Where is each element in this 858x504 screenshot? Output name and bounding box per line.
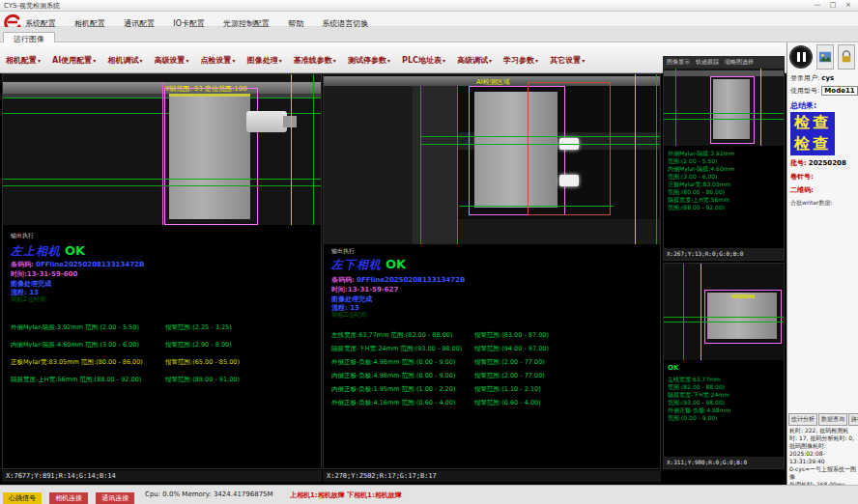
toolbar-item-label: 相机配置	[6, 56, 37, 65]
chevron-down-icon: ▾	[489, 57, 492, 64]
maximize-button[interactable]: □	[825, 0, 841, 11]
tab-data-query[interactable]: 数据查询	[818, 413, 847, 426]
toolbar-item-label: 其它设置	[550, 56, 581, 65]
thumb-camera-view-top[interactable]	[664, 69, 784, 146]
chevron-down-icon: ▾	[233, 57, 236, 64]
window-title: CYS-视觉检测系统	[4, 1, 60, 11]
measurement-value: 内侧正极-负极:4.98mm 范围:(0.00 - 9.00)	[331, 372, 455, 380]
thumb-status-ok: OK	[668, 364, 678, 372]
heartbeat-badge: 心跳信号	[3, 492, 42, 504]
lock-button[interactable]	[838, 44, 855, 70]
chevron-down-icon: ▾	[279, 57, 282, 64]
overlay-mark	[731, 294, 755, 298]
login-line: 登录用户:cys	[790, 73, 834, 83]
toolbar-item-camera-debug[interactable]: 相机调试▾	[107, 55, 142, 66]
thumb-line: 隔膜宽度-下H宽:24mm	[668, 391, 730, 399]
overlay-mark	[169, 94, 250, 97]
result-label: 总结果:	[790, 100, 816, 111]
toolbar-item-spot-check[interactable]: 点检设置▾	[201, 55, 236, 66]
toolbar-item-other-settings[interactable]: 其它设置▾	[550, 55, 585, 66]
qr-line: 二维码:	[790, 185, 814, 195]
pin-label: 卷针号:	[790, 173, 814, 181]
close-button[interactable]: ×	[841, 0, 856, 11]
camera-error-text: 上相机1:相机故障 下相机1:相机故障	[290, 490, 402, 500]
model-value[interactable]: Mode11	[821, 86, 857, 96]
toolbar-item-label: 点检设置	[201, 56, 232, 65]
measurement-value: 外侧正极-负极:4.16mm 范围:(0.60 - 4.00)	[331, 399, 455, 407]
image-button[interactable]	[816, 44, 834, 70]
alarm-range: 报警范围:(65.00 - 85.00)	[165, 358, 240, 367]
thumb-camera-view-bottom[interactable]	[664, 264, 784, 360]
roi-label: Y轴范围: 93 定位范围:100	[165, 84, 247, 94]
stats-line: 2025:02:08-13:31:39:40	[789, 450, 857, 465]
toolbar-item-baseline-params[interactable]: 基准线参数▾	[294, 55, 336, 66]
camera-result-line: 左下相机OK	[331, 254, 406, 273]
stats-tabs: 统计分析 数据查询 路径设置	[788, 413, 858, 426]
batch-label: 批号:	[790, 159, 807, 167]
overlay-line	[760, 69, 761, 146]
overlay-line	[459, 206, 614, 207]
toolbar-item-label: 学习参数	[503, 56, 534, 65]
chevron-down-icon: ▾	[186, 57, 189, 64]
minimize-button[interactable]: —	[810, 0, 825, 11]
overlay-line	[457, 86, 458, 244]
led-spot	[559, 175, 579, 186]
cycle-line: 周期工位时间:	[331, 311, 368, 320]
lock-icon	[840, 50, 853, 64]
measurement-value: 内侧Mylar-隔膜:4.60mm 范围:(3.00 - 6.00)	[11, 341, 139, 350]
image-icon	[818, 50, 832, 64]
measurement-value: 内侧正极-负极:1.95mm 范围:(1.00 - 2.20)	[331, 385, 455, 394]
alarm-range: 报警范围:(1.10 - 2.10)	[474, 385, 541, 394]
toolbar-item-label: AI使用配置	[52, 56, 92, 65]
thumb-text-block: 左线宽度:63.77mm 范围:(82.00 - 88.00) 隔膜宽度-下H宽…	[668, 376, 730, 422]
pause-icon	[803, 52, 806, 62]
pause-button[interactable]	[789, 45, 813, 69]
thumb-line: 范围:(3.00 - 6.00)	[668, 173, 734, 181]
alarm-range: 报警范围:(94.00 - 97.00)	[474, 345, 549, 353]
toolbar-item-plc-address[interactable]: PLC地址表▾	[402, 55, 445, 66]
right-camera-view[interactable]: AI检测区域	[324, 74, 660, 244]
app-window: CYS-视觉检测系统 — □ × 系统配置 相机配置 通讯配置 IO卡配置 光源…	[0, 0, 858, 504]
toolbar-item-advanced-settings[interactable]: 高级设置▾	[155, 55, 189, 66]
thumbnail-panel-top[interactable]: 外侧Mylar-隔膜:3.92mm 范围:(2.00 - 5.50) 内侧Myl…	[663, 68, 785, 261]
overlay-line	[3, 185, 321, 186]
part-block	[169, 94, 250, 219]
overlay-line	[664, 317, 784, 318]
thumb-header-label[interactable]: 图像显示	[667, 56, 690, 68]
chevron-down-icon: ▾	[443, 57, 445, 64]
camera-name: 左下相机	[331, 258, 382, 271]
alarm-range: 报警范围:(89.00 - 91.00)	[165, 376, 240, 384]
thumb-header-label[interactable]: 缩略图选择	[725, 56, 754, 68]
chevron-down-icon: ▾	[93, 57, 96, 64]
tab-statistics[interactable]: 统计分析	[788, 413, 817, 426]
qr-label: 二维码:	[790, 186, 814, 194]
machine-column	[413, 86, 457, 244]
stats-line: 0-cys=一号上报系统一图像	[789, 465, 857, 481]
thumb-coords-bottom: X:311;Y:980;R:0;G:0;B:0	[664, 457, 784, 468]
toolbar-item-label: PLC地址表	[402, 56, 442, 65]
left-camera-view[interactable]: Y轴范围: 93 定位范围:100	[3, 74, 321, 225]
output-label: 输出执行	[11, 232, 34, 240]
barcode-line: 条码码: 0FFline2025020813313472B	[11, 260, 144, 269]
toolbar-item-camera-config[interactable]: 相机配置▾	[6, 55, 41, 66]
toolbar-item-advanced-debug[interactable]: 高级调试▾	[457, 55, 492, 66]
overlay-line	[675, 69, 676, 146]
tab-path-settings[interactable]: 路径设置	[848, 413, 858, 426]
thumb-line: 内侧Mylar-隔膜:4.60mm	[668, 165, 734, 173]
toolbar-item-test-stop-params[interactable]: 测试停参数▾	[348, 55, 390, 66]
thumb-line: 外侧Mylar-隔膜:3.92mm	[668, 150, 734, 157]
thumb-header-label[interactable]: 轨迹跟踪	[696, 56, 719, 68]
toolbar-item-image-processing[interactable]: 图像处理▾	[247, 55, 282, 66]
thumbnail-panel-bottom[interactable]: OK 左线宽度:63.77mm 范围:(82.00 - 88.00) 隔膜宽度-…	[663, 263, 785, 469]
writer-line: 合批writer数据:	[790, 199, 833, 208]
measurement-value: 外侧Mylar-隔膜:3.92mm 范围:(2.00 - 5.50)	[11, 323, 139, 332]
thumb-line: 范围:(88.00 - 92.00)	[668, 204, 734, 211]
overlay-line	[3, 179, 321, 180]
toolbar-item-learning-params[interactable]: 学习参数▾	[503, 55, 538, 66]
batch-value: 20250208	[809, 159, 846, 167]
overlay-line	[420, 86, 421, 244]
thumb-text-block: 外侧Mylar-隔膜:3.92mm 范围:(2.00 - 5.50) 内侧Myl…	[668, 150, 734, 211]
toolbar-item-ai-config[interactable]: AI使用配置▾	[52, 55, 96, 66]
overlay-line	[313, 74, 314, 225]
stats-text-block: 耗时: 222, 批码检测耗 时: 17, 批码分析耗时: 0, 批码图像耗时:…	[789, 427, 857, 489]
